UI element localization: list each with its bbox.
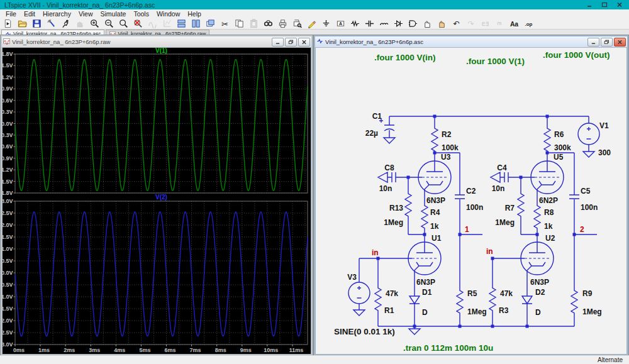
waveform-icon	[3, 38, 10, 46]
zoom-full-button[interactable]	[116, 18, 131, 30]
inductor-button[interactable]	[377, 18, 391, 30]
run-button[interactable]	[58, 18, 73, 30]
control-panel-button[interactable]	[44, 18, 58, 30]
zoom-extents-button[interactable]	[131, 18, 145, 30]
rotate-button[interactable]: E	[493, 18, 507, 30]
paste-button[interactable]	[247, 18, 261, 30]
y-tick-label: -1.8V	[3, 190, 13, 196]
label-R5-value: 1Meg	[467, 307, 487, 316]
svg-text:E: E	[496, 22, 503, 26]
junction	[546, 152, 549, 155]
schematic-restore-button[interactable]	[601, 38, 613, 47]
label-R9-ref: R9	[582, 289, 593, 298]
junction	[407, 176, 410, 179]
waveform-plot-area[interactable]: 1.8V1.5V1.2V0.9V0.6V0.3V0.0V-0.3V-0.6V-0…	[3, 48, 311, 355]
y-tick-label: -0.5V	[3, 282, 13, 288]
menu-view[interactable]: View	[75, 9, 97, 18]
x-tick-label: 10ms	[264, 347, 278, 353]
component-button[interactable]	[406, 18, 420, 30]
cascade-button[interactable]	[203, 18, 218, 30]
x-tick-label: 6ms	[165, 347, 176, 353]
net-label-button[interactable]: A	[333, 18, 348, 30]
text-button[interactable]: Aa	[507, 18, 521, 30]
schematic-close-button[interactable]	[614, 38, 626, 47]
mdi-area: Vinil_korrektor_na_ 6n23P+6n6p.raw 1.8V1…	[0, 35, 629, 355]
tile-horizontal-button[interactable]	[174, 18, 189, 30]
schematic-canvas[interactable]: C122µR2100kU36N3PC810nR131MegR41kC2100n1…	[316, 48, 626, 354]
label-R9-value: 1Meg	[582, 307, 602, 316]
wire-button[interactable]	[304, 18, 319, 30]
new-schematic-button[interactable]	[1, 18, 15, 30]
svg-text:↶: ↶	[453, 19, 459, 28]
undo-button[interactable]: ↶	[449, 18, 464, 30]
print-preview-button[interactable]	[290, 18, 304, 30]
label-C5-value: 100n	[581, 203, 598, 212]
junction	[573, 233, 576, 236]
copy-button[interactable]	[232, 18, 247, 30]
cut-button[interactable]: ✂	[218, 18, 232, 30]
minimize-button[interactable]	[582, 0, 597, 9]
junction	[526, 325, 529, 328]
x-tick-label: 7ms	[190, 347, 201, 353]
move-button[interactable]	[420, 18, 435, 30]
y-tick-label: -0.9V	[3, 155, 13, 162]
y-tick-label: 0.0V	[3, 270, 13, 276]
drag-button[interactable]	[435, 18, 449, 30]
menu-help[interactable]: Help	[184, 9, 205, 18]
menu-tools[interactable]: Tools	[130, 9, 153, 18]
autorange-button[interactable]	[145, 18, 160, 30]
trace-label-V(1)[interactable]: V(1)	[155, 48, 167, 54]
menu-bar: FileEditHierarchyViewSimulateToolsWindow…	[0, 9, 629, 18]
find-button[interactable]	[261, 18, 276, 30]
menu-file[interactable]: File	[2, 9, 20, 18]
menu-hierarchy[interactable]: Hierarchy	[39, 9, 75, 18]
close-button[interactable]	[612, 0, 627, 9]
menu-window[interactable]: Window	[153, 9, 184, 18]
app-titlebar[interactable]: LTspice XVII - Vinil_korrektor_na_ 6n23P…	[0, 0, 629, 9]
label-R13-value: 1Meg	[384, 218, 403, 227]
schematic-titlebar[interactable]: Vinil_korrektor_na_ 6n23P+6n6p.asc	[315, 36, 627, 47]
junction	[433, 152, 437, 155]
y-tick-label: 0.9V	[3, 85, 13, 92]
label-net_labels-node2: 2	[580, 225, 584, 234]
open-button[interactable]	[15, 18, 30, 30]
status-mode: Alternate	[598, 356, 623, 363]
x-tick-label: 8ms	[215, 347, 226, 353]
tile-vertical-button[interactable]	[189, 18, 203, 30]
label-R6-value: 300k	[554, 143, 571, 152]
redo-button[interactable]: ↷	[464, 18, 478, 30]
waveform-window: Vinil_korrektor_na_ 6n23P+6n6p.raw 1.8V1…	[1, 35, 313, 356]
capacitor-button[interactable]	[362, 18, 377, 30]
menu-edit[interactable]: Edit	[20, 9, 39, 18]
y-tick-label: 1.2V	[3, 74, 13, 80]
label-directives-four_node1: .four 1000 V(1)	[466, 57, 525, 66]
y-tick-label: 1.5V	[3, 234, 13, 240]
mirror-button[interactable]: E∃	[478, 18, 493, 30]
label-U3-value: 6N3P	[426, 196, 445, 205]
schematic-minimize-button[interactable]	[587, 38, 599, 47]
waveform-restore-button[interactable]	[285, 38, 297, 47]
label-U2-ref: U2	[545, 234, 555, 243]
junction	[491, 325, 494, 328]
label-R4-ref: R4	[430, 208, 440, 217]
diode-button[interactable]	[391, 18, 406, 30]
maximize-button[interactable]	[597, 0, 612, 9]
menu-simulate[interactable]: Simulate	[97, 9, 130, 18]
trace-label-V(2)[interactable]: V(2)	[155, 194, 167, 201]
save-button[interactable]	[30, 18, 44, 30]
zoom-out-button[interactable]	[102, 18, 116, 30]
resistor-button[interactable]	[348, 18, 362, 30]
halt-button[interactable]	[73, 18, 87, 30]
waveform-titlebar[interactable]: Vinil_korrektor_na_ 6n23P+6n6p.raw	[2, 36, 311, 47]
waveform-close-button[interactable]	[298, 38, 310, 47]
zoom-in-button[interactable]	[87, 18, 102, 30]
spice-directive-button[interactable]: .op	[521, 18, 536, 30]
ground-button[interactable]	[319, 18, 333, 30]
plot-settings-button[interactable]	[160, 18, 174, 30]
print-button[interactable]	[276, 18, 290, 30]
junction	[413, 325, 416, 328]
junction	[520, 176, 523, 179]
x-tick-label: 0ms	[13, 347, 25, 353]
waveform-minimize-button[interactable]	[272, 38, 284, 47]
y-tick-label: 0.3V	[3, 109, 13, 115]
